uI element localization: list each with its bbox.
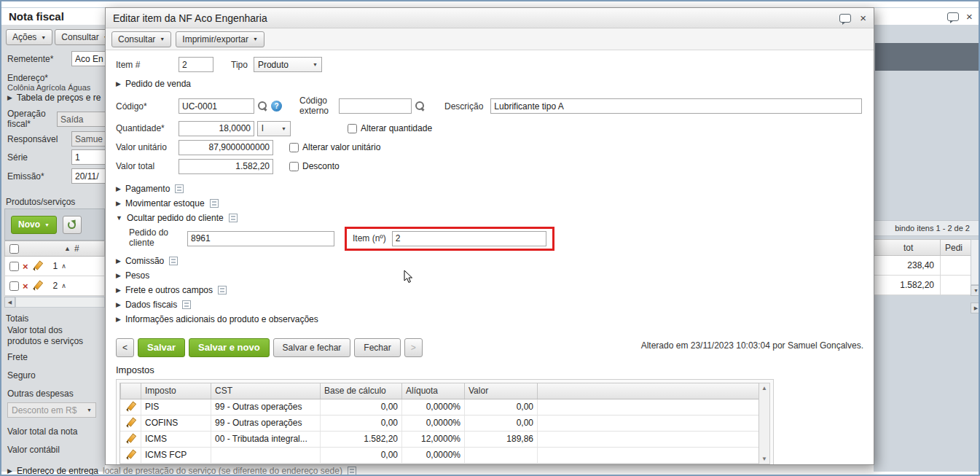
impostos-scrollbar[interactable]: ▲ ▼ bbox=[759, 383, 770, 464]
search-icon[interactable] bbox=[415, 101, 426, 112]
descricao-input[interactable] bbox=[490, 98, 862, 114]
valor-total-input[interactable] bbox=[179, 159, 273, 174]
fechar-button[interactable]: Fechar bbox=[354, 338, 400, 357]
section-pesos[interactable]: ▶ Pesos bbox=[116, 269, 863, 283]
page-title: Nota fiscal bbox=[9, 10, 64, 23]
desconto-checkbox[interactable] bbox=[289, 162, 299, 171]
section-frete-outros-campos[interactable]: ▶ Frete e outros campos bbox=[116, 284, 863, 297]
desconto-option[interactable]: Desconto bbox=[289, 161, 340, 171]
emissao-label: Emissão* bbox=[7, 171, 44, 182]
col-base[interactable]: Base de cálculo bbox=[320, 383, 401, 399]
section-tabela-precos[interactable]: ▶ Tabela de preços e re bbox=[7, 90, 101, 104]
right-grid-header-pedi[interactable]: Pedi bbox=[940, 239, 971, 256]
right-grid-cell-row2[interactable]: 1.582,20 bbox=[874, 276, 940, 295]
row-checkbox[interactable] bbox=[9, 262, 19, 271]
delete-icon[interactable]: × bbox=[23, 261, 28, 272]
valor-unitario-row: Valor unitário Alterar valor unitário bbox=[116, 140, 863, 155]
scroll-down-icon[interactable]: ▼ bbox=[761, 454, 767, 464]
refresh-button[interactable] bbox=[63, 216, 82, 234]
dialog-titlebar[interactable]: Editar item da NF Aco Engenharia × bbox=[106, 8, 874, 28]
menu-imprimir-exportar[interactable]: Imprimir/exportar▼ bbox=[176, 31, 264, 47]
serie-label: Série bbox=[7, 152, 28, 163]
novo-button[interactable]: Novo▼ bbox=[11, 216, 57, 234]
imposto-row-pis[interactable]: PIS 99 - Outras operações 0,00 0,0000% 0… bbox=[120, 399, 758, 415]
item-number-input[interactable] bbox=[179, 57, 213, 72]
right-grid-cell[interactable] bbox=[940, 276, 971, 295]
comment-icon[interactable] bbox=[947, 12, 959, 21]
comment-icon[interactable] bbox=[839, 14, 851, 23]
prev-item-button[interactable]: < bbox=[116, 338, 134, 357]
right-grid-header-tot[interactable]: tot bbox=[874, 239, 940, 256]
menu-consultar[interactable]: Consultar▼ bbox=[111, 31, 171, 47]
chevron-down-icon: ▼ bbox=[41, 35, 46, 40]
produto-row-2[interactable]: × 2 ∧ bbox=[4, 276, 105, 296]
dialog-close-icon[interactable]: × bbox=[860, 12, 866, 23]
alterar-valor-unitario-checkbox[interactable] bbox=[289, 143, 299, 152]
quantidade-input[interactable] bbox=[179, 121, 254, 136]
produto-row-1[interactable]: × 1 ∧ bbox=[4, 257, 105, 276]
right-grid-cell-row1[interactable]: 238,40 bbox=[874, 256, 940, 276]
scroll-left-button[interactable]: ◀ bbox=[4, 297, 15, 308]
section-comissao[interactable]: ▶ Comissão bbox=[116, 254, 863, 268]
section-pedido-de-venda[interactable]: ▶ Pedido de venda bbox=[116, 77, 863, 90]
outras-despesas-label: Outras despesas bbox=[7, 389, 74, 399]
dialog-menubar: Consultar▼ Imprimir/exportar▼ bbox=[106, 28, 874, 50]
section-movimentar-estoque[interactable]: ▶ Movimentar estoque bbox=[116, 197, 863, 211]
select-all-checkbox[interactable] bbox=[9, 244, 19, 254]
info-icon[interactable]: ? bbox=[271, 101, 282, 112]
codigo-externo-input[interactable] bbox=[339, 98, 412, 114]
item-no-input[interactable] bbox=[392, 231, 546, 246]
pedido-cliente-input[interactable] bbox=[187, 231, 334, 246]
section-pagamento[interactable]: ▶ Pagamento bbox=[116, 182, 863, 196]
sort-asc-icon[interactable]: ▲ bbox=[64, 245, 71, 252]
impostos-panel: Imposto CST Base de cálculo Alíquota Val… bbox=[116, 379, 774, 464]
close-icon[interactable]: × bbox=[966, 11, 973, 22]
imposto-row-icms[interactable]: ICMS 00 - Tributada integral... 1.582,20… bbox=[120, 432, 758, 448]
salvar-button[interactable]: Salvar bbox=[138, 338, 185, 357]
section-dados-fiscais[interactable]: ▶ Dados fiscais bbox=[116, 298, 863, 312]
edit-icon[interactable] bbox=[32, 261, 42, 271]
edit-icon[interactable] bbox=[125, 418, 136, 428]
edit-icon[interactable] bbox=[125, 434, 136, 444]
frete-label: Frete bbox=[7, 352, 28, 362]
scroll-right-button[interactable]: ▶ bbox=[971, 303, 980, 313]
delete-icon[interactable]: × bbox=[23, 281, 28, 292]
edit-icon[interactable] bbox=[32, 281, 42, 291]
col-imposto[interactable]: Imposto bbox=[141, 383, 211, 399]
vertical-scrollbar[interactable] bbox=[971, 239, 980, 285]
edit-icon[interactable] bbox=[125, 402, 136, 412]
valor-unitario-input[interactable] bbox=[179, 140, 273, 155]
alterar-valor-unitario-option[interactable]: Alterar valor unitário bbox=[289, 142, 380, 152]
codigo-input[interactable] bbox=[179, 98, 254, 114]
collapse-row-icon[interactable]: ∧ bbox=[61, 282, 66, 289]
col-aliquota[interactable]: Alíquota bbox=[401, 383, 464, 399]
unidade-select[interactable]: l▼ bbox=[257, 121, 291, 136]
num-column-header[interactable]: # bbox=[74, 243, 79, 254]
salvar-e-fechar-button[interactable]: Salvar e fechar bbox=[273, 338, 351, 357]
scroll-up-icon[interactable]: ▲ bbox=[761, 383, 767, 393]
quantidade-label: Quantidade* bbox=[116, 123, 179, 133]
right-dark-panel bbox=[875, 43, 980, 71]
section-informacoes-adicionais[interactable]: ▶ Informações adicionais do produto e ob… bbox=[116, 313, 863, 327]
imposto-row-icms-fcp[interactable]: ICMS FCP 0,00 0,0000% bbox=[120, 448, 758, 464]
collapse-row-icon[interactable]: ∧ bbox=[61, 262, 66, 270]
col-valor[interactable]: Valor bbox=[464, 383, 537, 399]
acoes-menu-button[interactable]: Ações▼ bbox=[6, 29, 52, 45]
col-cst[interactable]: CST bbox=[211, 383, 320, 399]
edit-icon[interactable] bbox=[125, 450, 136, 460]
row-checkbox[interactable] bbox=[9, 281, 19, 291]
tipo-select[interactable]: Produto▼ bbox=[254, 57, 322, 72]
next-item-button[interactable]: > bbox=[404, 338, 423, 357]
search-icon[interactable] bbox=[257, 101, 268, 112]
salvar-e-novo-button[interactable]: Salvar e novo bbox=[189, 338, 270, 357]
chevron-right-icon: ▶ bbox=[116, 272, 121, 279]
scroll-down-button[interactable]: ▼ bbox=[971, 285, 980, 296]
horizontal-scrollbar[interactable] bbox=[15, 297, 105, 308]
right-grid-cell[interactable] bbox=[940, 256, 971, 276]
desconto-select[interactable]: Desconto em R$▼ bbox=[7, 402, 96, 418]
section-ocultar-pedido-cliente[interactable]: ▼ Ocultar pedido do cliente bbox=[116, 211, 863, 225]
alterar-quantidade-checkbox[interactable] bbox=[348, 124, 357, 133]
alterar-quantidade-option[interactable]: Alterar quantidade bbox=[348, 123, 432, 133]
section-endereco-entrega[interactable]: ▶ Endereço de entrega local de prestação… bbox=[7, 466, 356, 476]
imposto-row-cofins[interactable]: COFINS 99 - Outras operações 0,00 0,0000… bbox=[120, 415, 758, 432]
